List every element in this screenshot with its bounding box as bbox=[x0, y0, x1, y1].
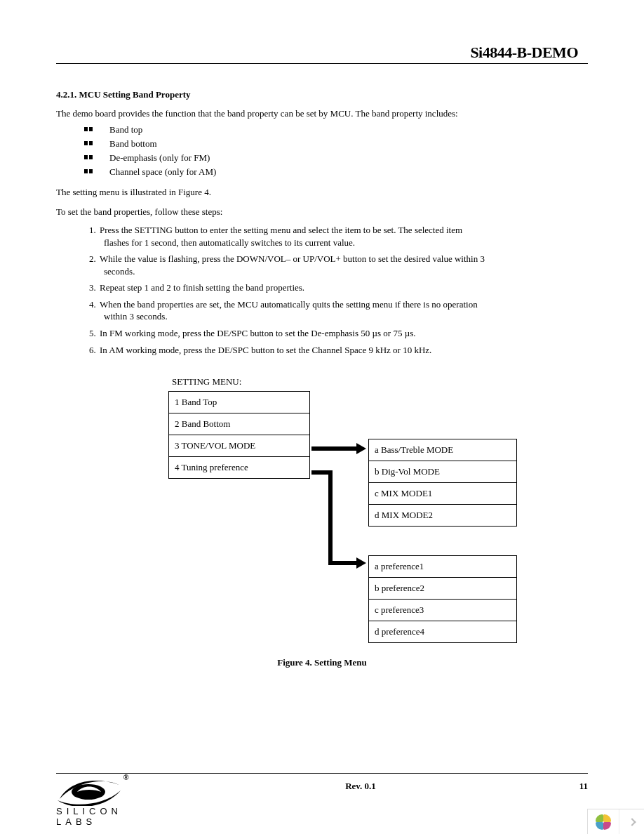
list-item-label: Channel space (only for AM) bbox=[109, 166, 216, 177]
steps-list: Press the SETTING button to enter the se… bbox=[56, 222, 588, 358]
list-item: Band bottom bbox=[98, 137, 588, 151]
registered-mark: ® bbox=[123, 774, 128, 781]
page-footer: ® SILICON LABS Rev. 0.1 11 bbox=[56, 769, 588, 821]
doc-title: Si4844-B-DEMO bbox=[56, 44, 588, 62]
logo-mark-icon bbox=[56, 775, 123, 806]
step-text: within 3 seconds. bbox=[100, 310, 532, 323]
silicon-labs-logo: ® SILICON LABS bbox=[56, 778, 161, 820]
list-item-label: Band bottom bbox=[109, 138, 157, 149]
setting-menu-diagram: SETTING MENU: 1 Band Top 2 Band Bottom 3… bbox=[56, 376, 588, 657]
list-item: Band top bbox=[98, 123, 588, 137]
list-item: In AM working mode, press the DE/SPC but… bbox=[98, 342, 588, 359]
arrow-line bbox=[328, 561, 358, 565]
intro-paragraph: The demo board provides the function tha… bbox=[56, 107, 588, 120]
table-row: b Dig-Vol MODE bbox=[369, 461, 516, 483]
page: Si4844-B-DEMO 4.2.1. MCU Setting Band Pr… bbox=[0, 0, 644, 834]
step-text: seconds. bbox=[100, 265, 532, 278]
table-row: 1 Band Top bbox=[169, 392, 309, 413]
paragraph: To set the band properties, follow these… bbox=[56, 206, 588, 218]
page-number: 11 bbox=[560, 778, 588, 792]
list-item: Repeat step 1 and 2 to finish setting th… bbox=[98, 279, 588, 296]
table-row: c preference3 bbox=[369, 600, 516, 621]
step-text: Repeat step 1 and 2 to finish setting th… bbox=[100, 282, 304, 293]
arrow-line bbox=[311, 446, 358, 451]
list-item: While the value is flashing, press the D… bbox=[98, 251, 588, 279]
list-item-label: De-emphasis (only for FM) bbox=[109, 152, 210, 163]
mode-menu-box: a Bass/Treble MODE b Dig-Vol MODE c MIX … bbox=[368, 439, 517, 527]
step-text: In AM working mode, press the DE/SPC but… bbox=[100, 345, 431, 355]
arrow-head-icon bbox=[356, 557, 366, 569]
step-text: While the value is flashing, press the D… bbox=[100, 253, 485, 264]
table-row: b preference2 bbox=[369, 578, 516, 600]
step-text: Press the SETTING button to enter the se… bbox=[100, 225, 462, 235]
list-item: Press the SETTING button to enter the se… bbox=[98, 222, 588, 251]
chevron-right-icon bbox=[628, 818, 636, 826]
section-heading: 4.2.1. MCU Setting Band Property bbox=[56, 89, 588, 100]
footer-rule bbox=[56, 773, 588, 774]
figure-caption: Figure 4. Setting Menu bbox=[56, 657, 588, 668]
step-text: In FM working mode, press the DE/SPC but… bbox=[100, 328, 415, 338]
table-row: 4 Tuning preference bbox=[169, 457, 309, 479]
list-item: De-emphasis (only for FM) bbox=[98, 151, 588, 165]
table-row: c MIX MODE1 bbox=[369, 483, 516, 505]
table-row: 3 TONE/VOL MODE bbox=[169, 435, 309, 457]
next-page-button[interactable] bbox=[619, 809, 644, 834]
table-row: d preference4 bbox=[369, 621, 516, 643]
list-item: In FM working mode, press the DE/SPC but… bbox=[98, 325, 588, 342]
arrow-line bbox=[328, 470, 333, 565]
header-rule bbox=[56, 63, 588, 64]
svg-point-0 bbox=[72, 784, 105, 800]
pinwheel-icon[interactable] bbox=[588, 809, 619, 834]
list-item: When the band properties are set, the MC… bbox=[98, 296, 588, 325]
main-menu-box: 1 Band Top 2 Band Bottom 3 TONE/VOL MODE… bbox=[168, 391, 310, 479]
table-row: a Bass/Treble MODE bbox=[369, 439, 516, 461]
table-row: 2 Band Bottom bbox=[169, 413, 309, 435]
bullet-list: Band top Band bottom De-emphasis (only f… bbox=[56, 123, 588, 180]
corner-pager bbox=[587, 809, 644, 834]
revision-label: Rev. 0.1 bbox=[161, 778, 560, 792]
paragraph: The setting menu is illustrated in Figur… bbox=[56, 186, 588, 199]
logo-text: SILICON LABS bbox=[56, 806, 161, 827]
list-item: Channel space (only for AM) bbox=[98, 165, 588, 179]
table-row: a preference1 bbox=[369, 556, 516, 578]
pref-menu-box: a preference1 b preference2 c preference… bbox=[368, 555, 517, 643]
step-text: flashes for 1 second, then automatically… bbox=[100, 237, 532, 249]
arrow-head-icon bbox=[356, 443, 366, 454]
step-text: When the band properties are set, the MC… bbox=[100, 299, 478, 310]
menu-title: SETTING MENU: bbox=[172, 376, 241, 388]
table-row: d MIX MODE2 bbox=[369, 505, 516, 527]
list-item-label: Band top bbox=[109, 124, 142, 135]
